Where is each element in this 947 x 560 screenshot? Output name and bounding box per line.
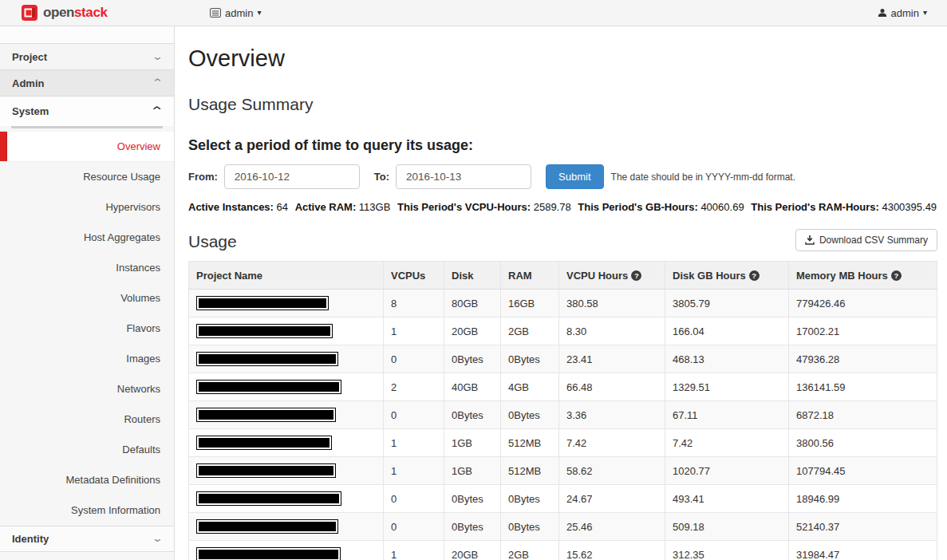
sidebar-item-label: Networks bbox=[117, 383, 160, 395]
sidebar-section-label: Identity bbox=[12, 533, 49, 545]
cell-memory-mb-hours: 52140.37 bbox=[789, 513, 937, 541]
cell-vcpu-hours: 380.58 bbox=[559, 290, 665, 317]
cell-disk: 1GB bbox=[444, 457, 501, 485]
sidebar-item-metadata-definitions[interactable]: Metadata Definitions bbox=[0, 465, 174, 495]
sidebar-item-label: Overview bbox=[117, 140, 160, 152]
redacted-project-name bbox=[196, 352, 338, 366]
redacted-project-name bbox=[196, 436, 332, 450]
column-header-disk: Disk bbox=[444, 262, 501, 290]
project-context-dropdown[interactable]: admin ▾ bbox=[210, 7, 261, 19]
cell-vcpu-hours: 24.67 bbox=[559, 485, 665, 513]
sidebar-item-label: Volumes bbox=[120, 292, 160, 304]
cell-disk-gb-hours: 1329.51 bbox=[665, 373, 789, 401]
cell-vcpu-hours: 15.62 bbox=[559, 541, 665, 560]
cell-disk-gb-hours: 468.13 bbox=[665, 345, 789, 373]
cell-ram: 2GB bbox=[501, 541, 559, 560]
cell-vcpus: 1 bbox=[384, 317, 444, 345]
cell-memory-mb-hours: 47936.28 bbox=[789, 345, 937, 373]
cell-vcpu-hours: 3.36 bbox=[559, 401, 665, 429]
sidebar-item-networks[interactable]: Networks bbox=[0, 374, 174, 404]
table-row: 0 0Bytes 0Bytes 3.36 67.11 6872.18 bbox=[189, 401, 937, 429]
caret-down-icon: ▾ bbox=[257, 9, 261, 17]
help-icon[interactable]: ? bbox=[749, 270, 760, 281]
sidebar-item-label: Flavors bbox=[126, 322, 160, 334]
usage-summary-heading: Usage Summary bbox=[188, 95, 937, 114]
cell-ram: 0Bytes bbox=[501, 485, 559, 513]
cell-disk: 20GB bbox=[444, 317, 501, 345]
redacted-project-name bbox=[196, 380, 341, 394]
openstack-logo[interactable]: openstack bbox=[22, 5, 108, 21]
submit-button[interactable]: Submit bbox=[546, 164, 603, 189]
sidebar-item-hypervisors[interactable]: Hypervisors bbox=[0, 192, 174, 223]
cell-vcpus: 0 bbox=[384, 345, 444, 373]
sidebar-item-label: Defaults bbox=[122, 444, 160, 455]
stat-value: 2589.78 bbox=[534, 201, 571, 213]
column-header-project-name: Project Name bbox=[189, 262, 384, 290]
sidebar-section-admin[interactable]: Admin ⌃ bbox=[0, 70, 174, 97]
table-row: 1 20GB 2GB 8.30 166.04 17002.21 bbox=[189, 317, 937, 345]
cell-vcpu-hours: 23.41 bbox=[559, 345, 665, 373]
usage-table-title: Usage bbox=[188, 232, 237, 251]
cell-vcpus: 0 bbox=[384, 513, 444, 541]
sidebar-section-project[interactable]: Project ⌄ bbox=[0, 44, 174, 70]
cell-memory-mb-hours: 18946.99 bbox=[789, 485, 937, 513]
redacted-project-name bbox=[196, 324, 333, 338]
cell-disk: 0Bytes bbox=[444, 485, 501, 513]
sidebar-item-defaults[interactable]: Defaults bbox=[0, 435, 174, 465]
redacted-project-name bbox=[196, 491, 341, 506]
cell-ram: 4GB bbox=[501, 373, 559, 401]
cell-vcpus: 1 bbox=[384, 457, 444, 485]
sidebar-item-label: Routers bbox=[124, 413, 160, 425]
to-label: To: bbox=[374, 171, 389, 183]
sidebar-item-instances[interactable]: Instances bbox=[0, 253, 174, 283]
cell-memory-mb-hours: 6872.18 bbox=[789, 401, 937, 429]
chevron-down-icon: ⌄ bbox=[152, 536, 164, 542]
help-icon[interactable]: ? bbox=[891, 270, 902, 281]
download-csv-button[interactable]: Download CSV Summary bbox=[795, 229, 937, 251]
sidebar-item-overview[interactable]: Overview bbox=[0, 132, 174, 162]
cell-vcpu-hours: 66.48 bbox=[559, 373, 665, 401]
cell-disk: 1GB bbox=[444, 429, 501, 457]
table-row: 1 1GB 512MB 58.62 1020.77 107794.45 bbox=[189, 457, 937, 485]
period-query-prompt: Select a period of time to query its usa… bbox=[188, 137, 937, 154]
chevron-up-icon: ⌃ bbox=[149, 104, 164, 119]
cell-vcpu-hours: 7.42 bbox=[559, 429, 665, 457]
sidebar-group-label: System bbox=[12, 105, 49, 117]
stat-value: 4300395.49 bbox=[882, 201, 937, 213]
from-date-input[interactable] bbox=[224, 164, 360, 189]
column-header-disk-gb-hours: Disk GB Hours? bbox=[665, 262, 789, 290]
cell-memory-mb-hours: 779426.46 bbox=[789, 290, 937, 317]
sidebar-group-system[interactable]: System ⌃ bbox=[0, 97, 174, 126]
sidebar-section-identity[interactable]: Identity ⌄ bbox=[0, 526, 174, 552]
sidebar-item-volumes[interactable]: Volumes bbox=[0, 283, 174, 314]
cell-ram: 16GB bbox=[501, 290, 559, 317]
sidebar-item-flavors[interactable]: Flavors bbox=[0, 314, 174, 344]
sidebar-section-label: Project bbox=[12, 51, 47, 63]
cell-vcpu-hours: 25.46 bbox=[559, 513, 665, 541]
table-row: 1 20GB 2GB 15.62 312.35 31984.47 bbox=[189, 541, 937, 560]
cell-disk-gb-hours: 3805.79 bbox=[665, 290, 789, 317]
sidebar-item-images[interactable]: Images bbox=[0, 344, 174, 374]
to-date-input[interactable] bbox=[396, 164, 531, 189]
user-menu-dropdown[interactable]: admin ▾ bbox=[878, 7, 927, 19]
sidebar-item-resource-usage[interactable]: Resource Usage bbox=[0, 162, 174, 192]
cell-disk-gb-hours: 166.04 bbox=[665, 317, 789, 345]
caret-down-icon: ▾ bbox=[923, 9, 927, 17]
sidebar-nav: Project ⌄ Admin ⌃ System ⌃ Overview Reso… bbox=[0, 26, 175, 560]
sidebar-item-system-information[interactable]: System Information bbox=[0, 495, 174, 526]
sidebar-item-routers[interactable]: Routers bbox=[0, 404, 174, 435]
usage-stats-line: Active Instances: 64 Active RAM: 113GB T… bbox=[188, 201, 937, 213]
cell-ram: 0Bytes bbox=[501, 345, 559, 373]
cell-disk-gb-hours: 1020.77 bbox=[665, 457, 789, 485]
sidebar-item-host-aggregates[interactable]: Host Aggregates bbox=[0, 223, 174, 253]
table-row: 0 0Bytes 0Bytes 25.46 509.18 52140.37 bbox=[189, 513, 937, 541]
cell-vcpus: 0 bbox=[384, 401, 444, 429]
sidebar-item-label: Resource Usage bbox=[83, 171, 160, 183]
help-icon[interactable]: ? bbox=[631, 270, 641, 281]
active-item-indicator bbox=[0, 132, 7, 161]
cell-ram: 512MB bbox=[501, 429, 559, 457]
redacted-project-name bbox=[196, 519, 338, 534]
sidebar-section-label: Admin bbox=[12, 77, 44, 89]
system-group-underline bbox=[11, 126, 163, 128]
column-header-ram: RAM bbox=[501, 262, 559, 290]
